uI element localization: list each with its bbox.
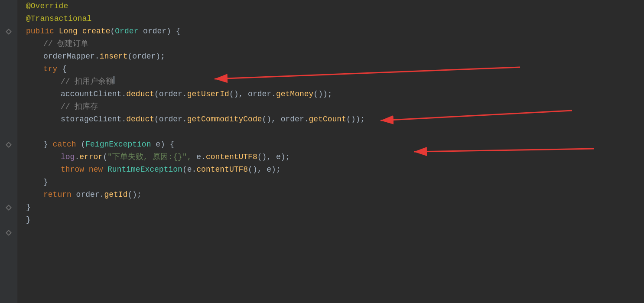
code-line-comment-deduct-storage: // 扣库存 xyxy=(26,101,644,113)
token-kw-method-call: error xyxy=(79,151,103,163)
code-line-class-close: } xyxy=(26,214,644,226)
token-plain: (e. xyxy=(182,163,196,176)
code-line-try-open: try { xyxy=(26,63,644,75)
token-kw-method-call: insert xyxy=(100,50,128,63)
token-kw-annotation: @Transactional xyxy=(26,13,91,25)
code-line-throw-exception: throw new RuntimeException(e.contentUTF8… xyxy=(26,163,644,176)
token-plain: (), order. xyxy=(262,113,309,126)
token-kw-method-call: getCommodityCode xyxy=(187,113,262,126)
token-plain: (), e); xyxy=(248,163,281,176)
token-kw-comment: // 创建订单 xyxy=(43,38,88,50)
token-plain xyxy=(84,163,89,176)
token-kw-catch: catch xyxy=(53,138,76,151)
code-line-catch-open: } catch (FeignException e) { xyxy=(26,138,644,151)
token-plain: ()); xyxy=(313,88,332,101)
token-kw-runtime-exc: RuntimeException xyxy=(107,163,182,176)
token-kw-comment: // 扣库存 xyxy=(61,101,98,113)
token-plain xyxy=(103,163,107,176)
code-line-annotation-override: @Override xyxy=(26,0,644,13)
token-kw-try: try xyxy=(43,63,57,75)
token-plain: . xyxy=(75,151,79,163)
code-line-log-error: log.error("下单失败, 原因:{}", e.contentUTF8()… xyxy=(26,151,644,163)
code-line-method-close: } xyxy=(26,201,644,214)
token-kw-method-call: getMoney xyxy=(276,88,313,101)
token-plain: (order. xyxy=(154,88,187,101)
token-plain: ( xyxy=(110,25,115,38)
editor: @Override@Transactionalpublic Long creat… xyxy=(0,0,644,303)
token-plain: ( xyxy=(76,138,86,151)
token-kw-exception-type: FeignException xyxy=(85,138,151,151)
token-kw-method-call: getId xyxy=(104,189,127,201)
code-line-order-mapper-insert: orderMapper.insert(order); xyxy=(26,50,644,63)
token-kw-throw: throw xyxy=(61,163,84,176)
token-kw-method-call: deduct xyxy=(126,88,154,101)
token-plain: } xyxy=(26,201,31,214)
token-plain: ( xyxy=(103,151,107,163)
text-cursor xyxy=(114,76,114,84)
token-plain: e. xyxy=(192,151,205,163)
token-kw-method-call: contentUTF8 xyxy=(206,151,257,163)
token-plain: (), e); xyxy=(257,151,290,163)
breakpoint-icon[interactable] xyxy=(5,28,11,34)
token-plain: (order. xyxy=(154,113,187,126)
token-kw-new: new xyxy=(89,163,103,176)
code-line-method-signature: public Long create(Order order) { xyxy=(26,25,644,38)
token-kw-method: create xyxy=(82,25,111,38)
token-kw-log: log xyxy=(61,151,75,163)
token-plain: storageClient. xyxy=(61,113,126,126)
code-line-blank1 xyxy=(26,126,644,138)
token-kw-string: "下单失败, 原因:{}", xyxy=(107,151,192,163)
token-plain: order) { xyxy=(138,25,180,38)
token-plain: accountClient. xyxy=(61,88,126,101)
token-kw-method-call: deduct xyxy=(126,113,154,126)
token-plain: } xyxy=(43,138,53,151)
code-line-comment-deduct-balance: // 扣用户余额 xyxy=(26,75,644,88)
token-kw-method-call: getCount xyxy=(309,113,346,126)
token-kw-type-class: Long xyxy=(59,25,78,38)
token-plain: (); xyxy=(127,189,141,201)
breakpoint-icon-4[interactable] xyxy=(5,229,11,235)
code-line-comment-create-order: // 创建订单 xyxy=(26,38,644,50)
token-plain: order. xyxy=(72,189,104,201)
token-plain: } xyxy=(26,214,31,226)
token-kw-access: public xyxy=(26,25,59,38)
token-plain: (order); xyxy=(127,50,165,63)
token-kw-method-call: contentUTF8 xyxy=(196,163,248,176)
token-plain: ()); xyxy=(346,113,365,126)
token-kw-comment: // 扣用户余额 xyxy=(61,75,114,88)
code-line-catch-close: } xyxy=(26,176,644,189)
token-plain xyxy=(78,25,82,38)
token-plain: { xyxy=(57,63,67,75)
token-kw-method-call: getUserId xyxy=(187,88,229,101)
token-plain: e) { xyxy=(151,138,174,151)
token-kw-annotation: @Override xyxy=(26,0,68,13)
code-area: @Override@Transactionalpublic Long creat… xyxy=(17,0,644,303)
code-line-storage-deduct: storageClient.deduct(order.getCommodityC… xyxy=(26,113,644,126)
token-kw-return: return xyxy=(43,189,72,201)
breakpoint-icon-3[interactable] xyxy=(5,204,11,210)
breakpoint-icon-2[interactable] xyxy=(5,141,11,147)
token-plain: orderMapper. xyxy=(43,50,100,63)
token-plain: } xyxy=(43,176,48,189)
token-kw-param-type: Order xyxy=(115,25,138,38)
code-line-annotation-transactional: @Transactional xyxy=(26,13,644,25)
gutter xyxy=(0,0,17,303)
code-line-account-deduct: accountClient.deduct(order.getUserId(), … xyxy=(26,88,644,101)
code-line-return-stmt: return order.getId(); xyxy=(26,189,644,201)
token-plain: (), order. xyxy=(229,88,276,101)
